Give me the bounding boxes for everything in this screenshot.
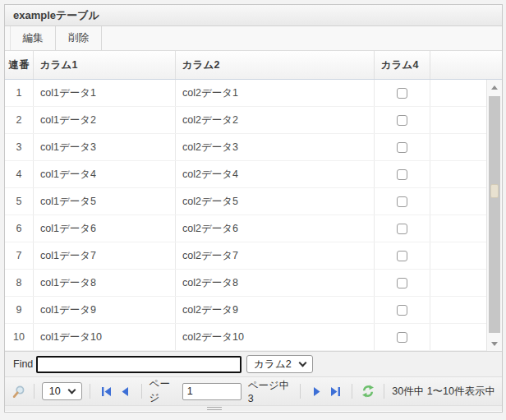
row-number-cell: 10 (5, 324, 34, 350)
col4-cell (375, 107, 430, 133)
col4-cell (375, 324, 430, 350)
row-number-cell: 9 (5, 297, 34, 323)
column-header-num[interactable]: 連番 (5, 51, 34, 79)
refresh-button[interactable] (360, 383, 376, 399)
empty-cell (430, 242, 486, 269)
find-label: Find (13, 358, 33, 370)
delete-button[interactable]: 削除 (56, 26, 102, 50)
scroll-down-button[interactable] (487, 338, 502, 349)
col1-cell: col1データ1 (34, 80, 176, 106)
table-rows: 1col1データ1col2データ12col1データ2col2データ23col1デ… (5, 80, 486, 351)
col1-cell: col1データ6 (34, 215, 176, 242)
table-row[interactable]: 9col1データ9col2データ9 (5, 297, 486, 324)
col2-cell: col2データ5 (176, 188, 375, 215)
col4-cell (375, 270, 430, 296)
search-button[interactable] (12, 383, 26, 399)
table-header-row: 連番 カラム1 カラム2 カラム4 (5, 51, 502, 80)
toolbar: 編集 削除 (5, 26, 502, 51)
divider (90, 384, 90, 399)
row-checkbox[interactable] (397, 224, 407, 234)
divider (300, 384, 301, 399)
col4-cell (375, 297, 430, 323)
empty-cell (430, 80, 486, 106)
pager-bar: 10 ページ ページ中 3 (5, 376, 502, 405)
col2-cell: col2データ2 (176, 107, 375, 133)
table-row[interactable]: 7col1データ7col2データ7 (5, 242, 486, 270)
rows-per-page-select[interactable]: 10 (42, 382, 82, 400)
column-header-col2[interactable]: カラム2 (176, 51, 375, 79)
row-number-cell: 4 (5, 161, 34, 187)
row-checkbox[interactable] (397, 115, 407, 126)
table-row[interactable]: 1col1データ1col2データ1 (5, 80, 486, 107)
col2-cell: col2データ4 (176, 161, 375, 187)
row-checkbox[interactable] (397, 305, 407, 316)
prev-page-button[interactable] (118, 384, 131, 399)
col2-cell: col2データ6 (176, 215, 375, 242)
find-column-select[interactable]: カラム2 (246, 355, 312, 373)
scrollbar-grip (490, 184, 499, 198)
row-checkbox[interactable] (397, 196, 407, 207)
col2-cell: col2データ9 (176, 297, 375, 323)
table-row[interactable]: 8col1データ8col2データ8 (5, 270, 486, 297)
page-label: ページ (150, 377, 177, 405)
row-checkbox[interactable] (397, 251, 407, 261)
empty-cell (430, 270, 486, 296)
rows-per-page-value: 10 (49, 385, 61, 397)
next-page-icon (312, 386, 323, 397)
row-number-cell: 5 (5, 188, 34, 215)
table-row[interactable]: 4col1データ4col2データ4 (5, 161, 486, 188)
row-checkbox[interactable] (397, 88, 407, 99)
row-checkbox[interactable] (397, 278, 407, 288)
scrollbar-thumb[interactable] (489, 96, 500, 333)
record-status-text: 30件中 1〜10件表示中 (392, 385, 495, 399)
row-number-cell: 7 (5, 242, 34, 269)
col1-cell: col1データ5 (34, 188, 176, 215)
row-number-cell: 8 (5, 270, 34, 296)
table-row[interactable]: 5col1データ5col2データ5 (5, 188, 486, 215)
prev-page-icon (119, 386, 130, 397)
last-page-button[interactable] (329, 384, 342, 399)
empty-cell (430, 324, 486, 350)
table-body: 1col1データ1col2データ12col1データ2col2データ23col1デ… (5, 80, 502, 351)
column-header-col1[interactable]: カラム1 (34, 51, 176, 79)
col2-cell: col2データ8 (176, 270, 375, 296)
resize-handle[interactable] (5, 405, 502, 411)
find-bar: Find カラム2 (5, 351, 502, 376)
col1-cell: col1データ7 (34, 242, 176, 269)
table-row[interactable]: 10col1データ10col2データ10 (5, 324, 486, 351)
resize-grip-icon (207, 407, 222, 410)
grid-widget: exampleテーブル 編集 削除 連番 カラム1 カラム2 カラム4 1col… (4, 4, 503, 413)
row-number-cell: 2 (5, 107, 34, 133)
table-row[interactable]: 3col1データ3col2データ3 (5, 134, 486, 161)
col1-cell: col1データ2 (34, 107, 176, 133)
edit-button[interactable]: 編集 (10, 26, 56, 50)
divider (352, 384, 352, 399)
column-header-col4[interactable]: カラム4 (375, 51, 430, 79)
col1-cell: col1データ8 (34, 270, 176, 296)
col1-cell: col1データ4 (34, 161, 176, 187)
table-row[interactable]: 2col1データ2col2データ2 (5, 107, 486, 134)
table-row[interactable]: 6col1データ6col2データ6 (5, 215, 486, 242)
col1-cell: col1データ9 (34, 297, 176, 323)
pages-total-label: ページ中 3 (248, 379, 293, 404)
divider (34, 384, 34, 399)
scroll-down-icon (491, 342, 498, 346)
column-header-empty (430, 51, 502, 79)
page-number-input[interactable] (182, 383, 242, 400)
col4-cell (375, 188, 430, 215)
vertical-scrollbar[interactable] (486, 80, 502, 351)
divider (141, 384, 142, 399)
row-checkbox[interactable] (397, 142, 407, 153)
first-page-button[interactable] (100, 384, 113, 399)
row-checkbox[interactable] (397, 169, 407, 180)
scroll-up-button[interactable] (487, 81, 502, 93)
col4-cell (375, 242, 430, 269)
search-icon (12, 385, 25, 399)
row-checkbox[interactable] (397, 332, 407, 343)
find-input[interactable] (36, 356, 242, 373)
col2-cell: col2データ10 (176, 324, 375, 350)
col4-cell (375, 161, 430, 187)
next-page-button[interactable] (310, 384, 324, 399)
empty-cell (430, 188, 486, 215)
col4-cell (375, 215, 430, 242)
